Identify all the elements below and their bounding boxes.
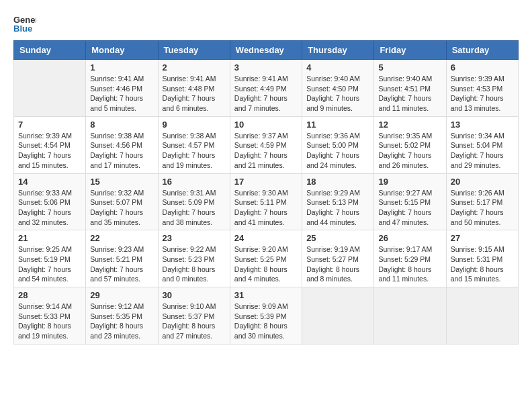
day-number: 29: [90, 290, 153, 300]
day-info: Sunrise: 9:41 AM Sunset: 4:49 PM Dayligh…: [234, 74, 298, 113]
day-number: 14: [18, 177, 81, 187]
day-cell: [14, 60, 86, 117]
day-number: 21: [18, 233, 81, 243]
day-cell: 4Sunrise: 9:40 AM Sunset: 4:50 PM Daylig…: [302, 60, 374, 117]
day-number: 5: [378, 62, 441, 73]
day-info: Sunrise: 9:33 AM Sunset: 5:06 PM Dayligh…: [18, 188, 81, 228]
day-info: Sunrise: 9:37 AM Sunset: 4:59 PM Dayligh…: [234, 131, 298, 171]
day-cell: 9Sunrise: 9:38 AM Sunset: 4:57 PM Daylig…: [158, 116, 230, 173]
day-number: 22: [90, 233, 153, 243]
day-cell: 6Sunrise: 9:39 AM Sunset: 4:53 PM Daylig…: [446, 60, 518, 117]
day-info: Sunrise: 9:41 AM Sunset: 4:48 PM Dayligh…: [163, 74, 226, 113]
day-info: Sunrise: 9:19 AM Sunset: 5:27 PM Dayligh…: [306, 244, 369, 284]
day-header-friday: Friday: [374, 41, 446, 60]
day-number: 28: [18, 290, 81, 300]
day-cell: 16Sunrise: 9:31 AM Sunset: 5:09 PM Dayli…: [158, 173, 230, 230]
day-number: 18: [306, 177, 369, 187]
calendar-body: 1Sunrise: 9:41 AM Sunset: 4:46 PM Daylig…: [14, 60, 519, 345]
day-header-tuesday: Tuesday: [158, 41, 230, 60]
day-header-sunday: Sunday: [14, 41, 86, 60]
day-cell: 7Sunrise: 9:39 AM Sunset: 4:54 PM Daylig…: [14, 116, 86, 173]
week-row-5: 28Sunrise: 9:14 AM Sunset: 5:33 PM Dayli…: [14, 287, 519, 345]
day-cell: 17Sunrise: 9:30 AM Sunset: 5:11 PM Dayli…: [230, 173, 302, 230]
day-cell: 23Sunrise: 9:22 AM Sunset: 5:23 PM Dayli…: [158, 230, 230, 287]
day-number: 19: [378, 177, 441, 187]
day-info: Sunrise: 9:41 AM Sunset: 4:46 PM Dayligh…: [90, 74, 153, 113]
day-number: 13: [451, 120, 514, 130]
day-info: Sunrise: 9:40 AM Sunset: 4:50 PM Dayligh…: [306, 74, 369, 113]
day-info: Sunrise: 9:20 AM Sunset: 5:25 PM Dayligh…: [234, 244, 298, 284]
day-cell: 15Sunrise: 9:32 AM Sunset: 5:07 PM Dayli…: [86, 173, 158, 230]
day-cell: 12Sunrise: 9:35 AM Sunset: 5:02 PM Dayli…: [374, 116, 446, 173]
day-cell: 31Sunrise: 9:09 AM Sunset: 5:39 PM Dayli…: [230, 287, 302, 345]
week-row-1: 1Sunrise: 9:41 AM Sunset: 4:46 PM Daylig…: [14, 60, 519, 117]
day-number: 26: [378, 233, 441, 243]
day-cell: 22Sunrise: 9:23 AM Sunset: 5:21 PM Dayli…: [86, 230, 158, 287]
day-info: Sunrise: 9:32 AM Sunset: 5:07 PM Dayligh…: [90, 188, 153, 228]
day-cell: 10Sunrise: 9:37 AM Sunset: 4:59 PM Dayli…: [230, 116, 302, 173]
calendar-table: SundayMondayTuesdayWednesdayThursdayFrid…: [13, 40, 519, 345]
day-number: 23: [163, 233, 226, 243]
day-number: 24: [234, 233, 298, 243]
day-number: 7: [18, 120, 81, 130]
day-number: 30: [163, 290, 226, 300]
day-cell: 19Sunrise: 9:27 AM Sunset: 5:15 PM Dayli…: [374, 173, 446, 230]
day-header-saturday: Saturday: [446, 41, 518, 60]
day-info: Sunrise: 9:10 AM Sunset: 5:37 PM Dayligh…: [163, 302, 226, 341]
day-cell: 3Sunrise: 9:41 AM Sunset: 4:49 PM Daylig…: [230, 60, 302, 117]
day-cell: [374, 287, 446, 345]
day-cell: 25Sunrise: 9:19 AM Sunset: 5:27 PM Dayli…: [302, 230, 374, 287]
day-info: Sunrise: 9:12 AM Sunset: 5:35 PM Dayligh…: [90, 302, 153, 341]
day-number: 17: [234, 177, 298, 187]
day-number: 25: [306, 233, 369, 243]
day-cell: 13Sunrise: 9:34 AM Sunset: 5:04 PM Dayli…: [446, 116, 518, 173]
day-cell: 30Sunrise: 9:10 AM Sunset: 5:37 PM Dayli…: [158, 287, 230, 345]
svg-text:Blue: Blue: [13, 24, 32, 34]
day-number: 16: [163, 177, 226, 187]
day-info: Sunrise: 9:14 AM Sunset: 5:33 PM Dayligh…: [18, 302, 81, 341]
day-info: Sunrise: 9:15 AM Sunset: 5:31 PM Dayligh…: [451, 244, 514, 284]
day-cell: 20Sunrise: 9:26 AM Sunset: 5:17 PM Dayli…: [446, 173, 518, 230]
day-header-monday: Monday: [86, 41, 158, 60]
day-cell: 2Sunrise: 9:41 AM Sunset: 4:48 PM Daylig…: [158, 60, 230, 117]
day-header-thursday: Thursday: [302, 41, 374, 60]
day-number: 10: [234, 120, 298, 130]
day-cell: 24Sunrise: 9:20 AM Sunset: 5:25 PM Dayli…: [230, 230, 302, 287]
day-cell: 18Sunrise: 9:29 AM Sunset: 5:13 PM Dayli…: [302, 173, 374, 230]
day-cell: 26Sunrise: 9:17 AM Sunset: 5:29 PM Dayli…: [374, 230, 446, 287]
days-header-row: SundayMondayTuesdayWednesdayThursdayFrid…: [14, 41, 519, 60]
week-row-2: 7Sunrise: 9:39 AM Sunset: 4:54 PM Daylig…: [14, 116, 519, 173]
day-info: Sunrise: 9:25 AM Sunset: 5:19 PM Dayligh…: [18, 244, 81, 284]
day-cell: 5Sunrise: 9:40 AM Sunset: 4:51 PM Daylig…: [374, 60, 446, 117]
day-cell: [446, 287, 518, 345]
day-number: 12: [378, 120, 441, 130]
page-header: General Blue: [13, 13, 519, 34]
day-cell: [302, 287, 374, 345]
week-row-4: 21Sunrise: 9:25 AM Sunset: 5:19 PM Dayli…: [14, 230, 519, 287]
day-info: Sunrise: 9:09 AM Sunset: 5:39 PM Dayligh…: [234, 302, 298, 341]
day-cell: 27Sunrise: 9:15 AM Sunset: 5:31 PM Dayli…: [446, 230, 518, 287]
day-cell: 14Sunrise: 9:33 AM Sunset: 5:06 PM Dayli…: [14, 173, 86, 230]
day-cell: 28Sunrise: 9:14 AM Sunset: 5:33 PM Dayli…: [14, 287, 86, 345]
day-info: Sunrise: 9:34 AM Sunset: 5:04 PM Dayligh…: [451, 131, 514, 171]
day-info: Sunrise: 9:17 AM Sunset: 5:29 PM Dayligh…: [378, 244, 441, 284]
day-info: Sunrise: 9:36 AM Sunset: 5:00 PM Dayligh…: [306, 131, 369, 171]
day-number: 27: [451, 233, 514, 243]
logo: General Blue: [13, 13, 36, 34]
day-info: Sunrise: 9:39 AM Sunset: 4:54 PM Dayligh…: [18, 131, 81, 171]
day-info: Sunrise: 9:40 AM Sunset: 4:51 PM Dayligh…: [378, 74, 441, 113]
day-info: Sunrise: 9:38 AM Sunset: 4:56 PM Dayligh…: [90, 131, 153, 171]
logo-icon: General Blue: [13, 13, 36, 34]
day-info: Sunrise: 9:30 AM Sunset: 5:11 PM Dayligh…: [234, 188, 298, 228]
day-cell: 21Sunrise: 9:25 AM Sunset: 5:19 PM Dayli…: [14, 230, 86, 287]
day-number: 31: [234, 290, 298, 300]
day-number: 4: [306, 62, 369, 73]
day-info: Sunrise: 9:27 AM Sunset: 5:15 PM Dayligh…: [378, 188, 441, 228]
day-cell: 1Sunrise: 9:41 AM Sunset: 4:46 PM Daylig…: [86, 60, 158, 117]
day-cell: 29Sunrise: 9:12 AM Sunset: 5:35 PM Dayli…: [86, 287, 158, 345]
day-cell: 11Sunrise: 9:36 AM Sunset: 5:00 PM Dayli…: [302, 116, 374, 173]
day-info: Sunrise: 9:22 AM Sunset: 5:23 PM Dayligh…: [163, 244, 226, 284]
day-info: Sunrise: 9:23 AM Sunset: 5:21 PM Dayligh…: [90, 244, 153, 284]
day-info: Sunrise: 9:26 AM Sunset: 5:17 PM Dayligh…: [451, 188, 514, 228]
day-number: 3: [234, 62, 298, 73]
